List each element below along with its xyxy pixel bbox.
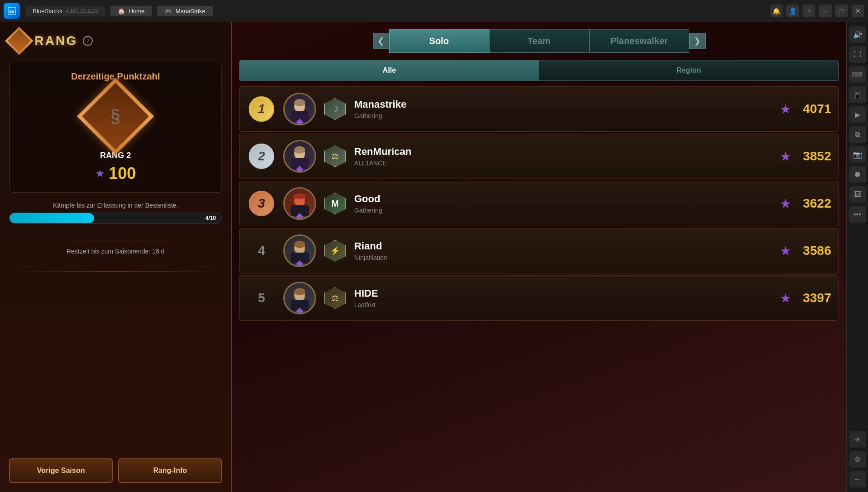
score-value: 100 [109, 164, 136, 183]
fullscreen-icon[interactable]: ⛶ [849, 46, 866, 63]
progress-bar-label: 4/10 [206, 215, 216, 221]
minimize-button[interactable]: ─ [819, 5, 832, 17]
tab-solo[interactable]: Solo [389, 29, 489, 53]
guild-badge: ⚖ [323, 144, 347, 168]
score-section-3: ★ 3622 [780, 196, 831, 211]
svg-rect-16 [291, 253, 309, 263]
rank-badge: § [88, 89, 143, 144]
divider-1 [9, 240, 222, 240]
score-star-icon: ★ [95, 167, 105, 180]
svg-point-13 [293, 194, 306, 199]
rank-badge-bronze: 3 [249, 191, 274, 216]
video-icon[interactable]: ▶ [849, 106, 866, 123]
camera-icon[interactable]: 📷 [849, 146, 866, 163]
player-info: RenMurican ALL1ANCE [354, 146, 773, 167]
settings-icon[interactable]: ⚙ [849, 451, 866, 467]
player-name: Good [354, 193, 773, 205]
svg-point-5 [294, 99, 305, 106]
score-star-icon: ★ [780, 244, 791, 258]
player-guild: Gathering [354, 207, 773, 214]
guild-hex: ⚡ [324, 240, 346, 262]
record-icon[interactable]: ⏺ [849, 166, 866, 183]
svg-point-21 [294, 288, 305, 295]
score-value: 4071 [795, 102, 831, 116]
sub-tab-alle[interactable]: Alle [240, 60, 539, 80]
score-star-icon: ★ [780, 291, 791, 306]
rank-1: 1 [247, 96, 276, 122]
close-button[interactable]: ✕ [852, 5, 864, 17]
tab-team[interactable]: Team [489, 29, 589, 53]
score-section: Derzeitige Punktzahl § RANG 2 ★ 100 [9, 62, 222, 193]
copy-icon[interactable]: ⧉ [849, 126, 866, 143]
tab-next-arrow[interactable]: ❯ [689, 33, 706, 49]
right-panel: ❮ Solo Team Planeswalker ❯ Alle Region [232, 22, 846, 492]
season-time: Restzeit bis zum Saisonende: 16 d [9, 248, 222, 255]
rank-number: 4 [247, 244, 276, 258]
player-guild: Gathering [354, 112, 773, 119]
gallery-icon[interactable]: 🖼 [849, 186, 866, 203]
avatar [283, 140, 316, 173]
guild-badge: M [323, 192, 347, 215]
progress-bar-fill [10, 213, 94, 223]
score-section-2: ★ 3852 [780, 149, 831, 164]
sub-tab-region[interactable]: Region [539, 60, 839, 80]
sub-tab-bar: Alle Region [239, 60, 839, 81]
guild-hex: ☽ [324, 98, 346, 120]
rank-5: 5 [247, 291, 276, 305]
score-value: 3852 [795, 149, 831, 164]
volume-icon[interactable]: 🔊 [849, 26, 866, 43]
player-info: Riand NinjaNation [354, 240, 773, 261]
svg-rect-12 [291, 205, 309, 216]
previous-season-button[interactable]: Vorige Saison [9, 458, 113, 483]
maximize-button[interactable]: □ [835, 5, 848, 17]
score-section-4: ★ 3586 [780, 244, 831, 258]
phone-icon[interactable]: 📱 [849, 86, 866, 103]
game-tab[interactable]: 🎮 ManaStrike [157, 6, 213, 16]
score-star-icon: ★ [780, 102, 791, 117]
progress-text: Kämpfe bis zur Erfassung in der Bestenli… [9, 202, 222, 209]
progress-section: Kämpfe bis zur Erfassung in der Bestenli… [9, 202, 222, 224]
guild-hex: M [324, 193, 346, 214]
rank-badge-gold: 1 [249, 96, 274, 122]
back-icon[interactable]: ← [849, 471, 866, 487]
guild-hex: ⚖ [324, 145, 346, 167]
svg-rect-20 [291, 300, 309, 311]
keyboard-icon[interactable]: ⌨ [849, 66, 866, 83]
more-icon[interactable]: ••• [849, 206, 866, 223]
guild-badge: ⚖ [323, 286, 347, 310]
avatar [283, 282, 316, 314]
player-name: HIDE [354, 288, 773, 299]
player-info: HIDE Lastfort [354, 288, 773, 308]
left-panel: RANG ? Derzeitige Punktzahl § RANG 2 ★ 1… [0, 22, 232, 492]
score-section-5: ★ 3397 [780, 291, 831, 306]
bluestacks-logo: BS [4, 3, 20, 19]
rang-diamond-icon [9, 31, 29, 51]
title-bar-left: BS BlueStacks 4.160.10.1119 🏠 Home 🎮 Man… [4, 3, 213, 19]
rank-4: 4 [247, 244, 276, 258]
rang-header: RANG ? [9, 31, 222, 51]
rank-3: 3 [247, 191, 276, 216]
player-name: Riand [354, 240, 773, 252]
tab-prev-arrow[interactable]: ❮ [373, 33, 389, 49]
score-value: 3586 [795, 244, 831, 258]
player-guild: NinjaNation [354, 254, 773, 261]
score-star-icon: ★ [780, 149, 791, 164]
title-bar: BS BlueStacks 4.160.10.1119 🏠 Home 🎮 Man… [0, 0, 868, 22]
guild-hex: ⚖ [324, 287, 346, 309]
help-button[interactable]: ? [83, 36, 93, 46]
brightness-icon[interactable]: ☀ [849, 431, 866, 447]
tab-planeswalker[interactable]: Planeswalker [589, 29, 689, 53]
menu-icon[interactable]: ≡ [803, 5, 815, 17]
rank-2: 2 [247, 144, 276, 169]
svg-rect-8 [291, 158, 309, 169]
window-controls: 🔔 👤 ≡ ─ □ ✕ [770, 5, 864, 17]
rank-info-button[interactable]: Rang-Info [118, 458, 222, 483]
user-icon[interactable]: 👤 [786, 5, 799, 17]
home-tab[interactable]: 🏠 Home [110, 6, 152, 16]
player-info: Good Gathering [354, 193, 773, 214]
bell-icon[interactable]: 🔔 [770, 5, 783, 17]
score-star-icon: ★ [780, 196, 791, 211]
table-row: 3 M Good Gathering [239, 181, 839, 226]
svg-point-17 [294, 241, 305, 248]
player-guild: ALL1ANCE [354, 159, 773, 167]
